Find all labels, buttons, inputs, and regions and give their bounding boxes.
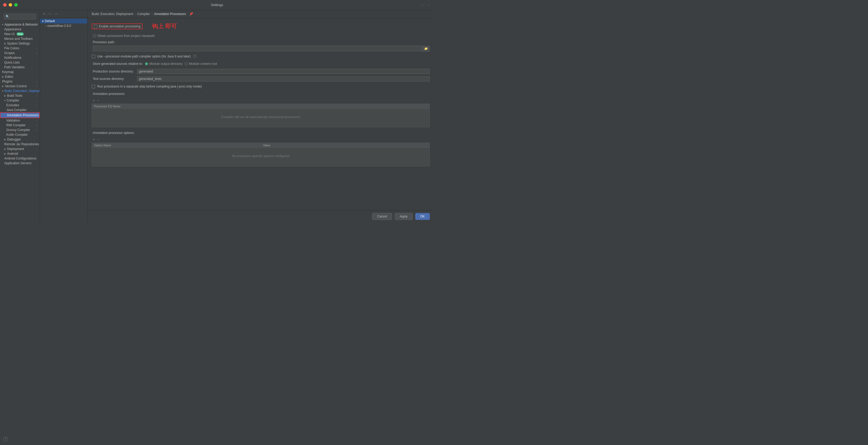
sidebar-item-compiler[interactable]: ▾ Compiler ≡ xyxy=(0,98,40,103)
forward-arrow[interactable]: → xyxy=(427,3,431,7)
sidebar-item-build-tools[interactable]: ▶ Build Tools ≡ xyxy=(0,93,40,98)
sidebar-item-label: Debugger xyxy=(7,138,21,141)
radio-obtain-classpath[interactable]: Obtain processors from project classpath xyxy=(93,34,155,38)
sidebar-item-quick-lists[interactable]: Quick Lists xyxy=(0,60,40,65)
main-content: ▾ Appearance & Behavior Appearance New U… xyxy=(0,10,434,222)
sidebar-item-build-execution[interactable]: ▾ Build, Execution, Deployment xyxy=(0,89,40,93)
settings-body: Enable annotation processing 钩上 即可 Obtai… xyxy=(88,18,434,210)
tree-item-osworkflow[interactable]: ▪ osworkflow-2.8.0 xyxy=(40,24,87,28)
search-input[interactable] xyxy=(4,14,36,20)
traffic-lights xyxy=(3,3,18,7)
apply-button[interactable]: Apply xyxy=(395,213,413,220)
cancel-button[interactable]: Cancel xyxy=(372,213,392,220)
sidebar-item-android-configurations[interactable]: Android Configurations xyxy=(0,156,40,161)
sidebar-item-label: Groovy Compiler xyxy=(6,128,30,132)
pin-icon: 📌 xyxy=(189,12,193,16)
sidebar-item-file-colors[interactable]: File Colors ≡ xyxy=(0,46,40,51)
sidebar-item-label: Appearance & Behavior xyxy=(4,23,38,26)
expand-icon: ▶ xyxy=(4,94,6,97)
enable-annotation-checkbox[interactable] xyxy=(94,25,97,28)
sidebar-item-label: Android xyxy=(7,152,18,155)
processor-path-input[interactable] xyxy=(93,46,423,51)
radio-icon xyxy=(93,34,96,37)
expand-icon: ▶ xyxy=(2,76,4,78)
expand-icon: ▶ xyxy=(4,42,6,45)
expand-icon: ▶ xyxy=(4,138,6,141)
sidebar-item-appearance[interactable]: Appearance xyxy=(0,27,40,32)
settings-header: Build, Execution, Deployment › Compiler … xyxy=(88,10,434,18)
run-processors-checkbox[interactable] xyxy=(92,85,95,88)
browse-button[interactable]: 📁 xyxy=(423,46,430,51)
sidebar-item-rmi-compiler[interactable]: RMI Compiler ≡ xyxy=(0,123,40,127)
sidebar-item-label: RMI Compiler xyxy=(6,123,26,127)
annotation-hint: 钩上 即可 xyxy=(152,22,177,30)
sidebar-item-deployment[interactable]: ▶ Deployment xyxy=(0,147,40,151)
sidebar-item-label: Excludes xyxy=(6,103,19,107)
sidebar-item-menus-toolbars[interactable]: Menus and Toolbars xyxy=(0,36,40,41)
test-sources-row: Test sources directory: xyxy=(92,76,430,82)
radio-module-output[interactable]: Module output directory xyxy=(145,62,182,66)
sidebar-item-label: Version Control xyxy=(5,84,27,88)
copy-profile-button[interactable]: → xyxy=(53,11,59,16)
sidebar-item-label: System Settings xyxy=(7,42,30,46)
sidebar-item-plugins[interactable]: Plugins ≡ xyxy=(0,79,40,84)
sidebar-item-label: Application Servers xyxy=(4,161,31,165)
sidebar-item-label: New UI xyxy=(4,32,14,36)
maximize-button[interactable] xyxy=(14,3,18,7)
store-generated-label: Store generated sources relative to: xyxy=(93,62,143,66)
sidebar-item-kotlin-compiler[interactable]: Kotlin Compiler xyxy=(0,132,40,137)
sidebar-item-system-settings[interactable]: ▶ System Settings xyxy=(0,41,40,46)
minimize-button[interactable] xyxy=(9,3,12,7)
sidebar-item-editor[interactable]: ▶ Editor xyxy=(0,75,40,79)
sidebar-item-notifications[interactable]: Notifications xyxy=(0,55,40,60)
prod-sources-input[interactable] xyxy=(137,69,430,74)
sidebar-item-groovy-compiler[interactable]: Groovy Compiler ≡ xyxy=(0,127,40,132)
value-col: Value xyxy=(261,143,430,148)
ok-button[interactable]: OK xyxy=(415,213,430,220)
add-profile-button[interactable]: + xyxy=(42,11,46,16)
tree-item-default[interactable]: ▾ Default xyxy=(40,19,87,24)
sidebar-item-label: Keymap xyxy=(2,70,14,74)
radio-label: Module content root xyxy=(189,62,217,66)
sidebar-item-appearance-behavior[interactable]: ▾ Appearance & Behavior xyxy=(0,22,40,27)
sidebar-item-scopes[interactable]: Scopes ≡ xyxy=(0,51,40,55)
close-button[interactable] xyxy=(3,3,7,7)
use-module-path-help[interactable]: ? xyxy=(193,55,196,58)
radio-module-content-root[interactable]: Module content root xyxy=(185,62,217,66)
sidebar-item-remote-jar[interactable]: Remote Jar Repositories ≡ xyxy=(0,142,40,147)
prod-sources-row: Production sources directory: xyxy=(92,69,430,74)
use-module-path-checkbox[interactable] xyxy=(92,55,95,58)
sidebar-item-version-control[interactable]: ▶ Version Control ≡ xyxy=(0,84,40,89)
run-processors-label: Run processors in a separate step before… xyxy=(97,85,202,88)
expand-icon: ▾ xyxy=(2,23,3,26)
sidebar-item-debugger[interactable]: ▶ Debugger xyxy=(0,137,40,142)
sidebar-item-excludes[interactable]: Excludes ≡ xyxy=(0,103,40,108)
sidebar-item-new-ui[interactable]: New UI Beta xyxy=(0,32,40,36)
processor-fq-name-col: Processor FQ Name xyxy=(92,104,430,109)
remove-option-button[interactable]: − xyxy=(97,137,99,142)
test-sources-label: Test sources directory: xyxy=(93,77,135,81)
sidebar-item-annotation-processors[interactable]: Annotation Processors ≡ xyxy=(0,112,40,118)
add-processor-button[interactable]: + xyxy=(93,98,95,102)
breadcrumb-compiler: Compiler xyxy=(137,12,150,16)
test-sources-input[interactable] xyxy=(137,76,430,82)
sidebar-item-android[interactable]: ▶ Android xyxy=(0,151,40,156)
processor-path-field-container: 📁 xyxy=(93,46,430,51)
sidebar-item-java-compiler[interactable]: Java Compiler xyxy=(0,108,40,112)
remove-profile-button[interactable]: − xyxy=(48,11,52,16)
expand-icon: ▾ xyxy=(4,99,5,102)
beta-badge: Beta xyxy=(17,32,24,36)
sidebar-item-validation[interactable]: Validation ≡ xyxy=(0,118,40,123)
processor-path-label: Processor path: xyxy=(93,40,115,44)
radio-group-obtain: Obtain processors from project classpath xyxy=(92,34,430,38)
add-option-button[interactable]: + xyxy=(93,137,95,142)
sidebar-item-path-variables[interactable]: Path Variables xyxy=(0,65,40,69)
sidebar-item-application-servers[interactable]: Application Servers xyxy=(0,161,40,166)
annotation-options-section-label: Annotation processor options: xyxy=(92,131,430,135)
prod-sources-label: Production sources directory: xyxy=(93,69,135,73)
module-icon: ▪ xyxy=(45,25,46,27)
back-arrow[interactable]: ← xyxy=(420,3,425,7)
remove-processor-button[interactable]: − xyxy=(97,98,99,102)
breadcrumb-sep1: › xyxy=(135,12,136,16)
sidebar-item-keymap[interactable]: Keymap xyxy=(0,69,40,75)
